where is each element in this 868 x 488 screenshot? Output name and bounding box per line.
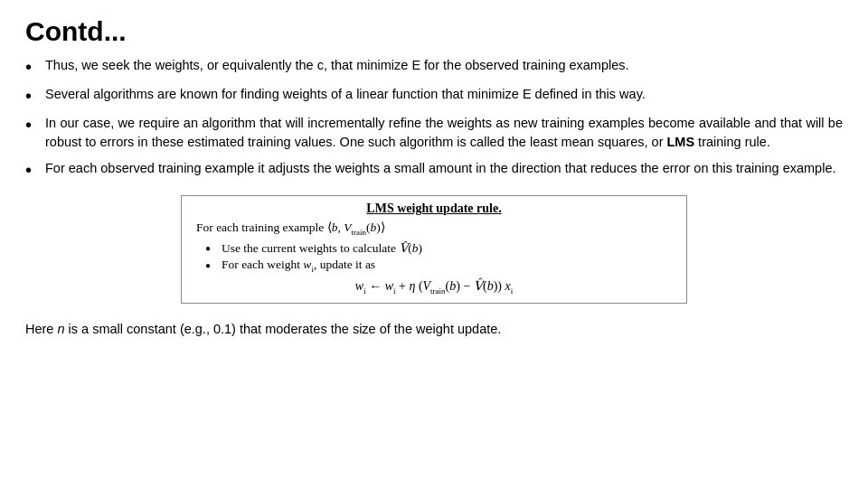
bullet-icon: • (25, 159, 42, 181)
lms-formula: wi ← wi + η (Vtrain(b) − V̂(b)) xi (196, 278, 672, 296)
bullet1-text: Thus, we seek the weights, or equivalent… (45, 56, 843, 75)
lms-item-1: ● Use the current weights to calculate V… (205, 240, 672, 256)
bullet-list: • Thus, we seek the weights, or equivale… (25, 56, 843, 188)
lms-for-each: For each training example ⟨b, Vtrain(b)⟩ (196, 220, 672, 237)
bullet-icon: • (25, 56, 42, 78)
list-item: • Several algorithms are known for findi… (25, 85, 843, 107)
bullet3-text: In our case, we require an algorithm tha… (45, 114, 843, 152)
bullet-icon: • (25, 114, 42, 136)
slide: Contd... • Thus, we seek the weights, or… (0, 0, 868, 488)
lms-item2-text: For each weight wi, update it as (222, 258, 375, 274)
lms-item-2: ● For each weight wi, update it as (205, 258, 672, 274)
slide-title: Contd... (25, 16, 843, 47)
lms-weight-update-box: LMS weight update rule. For each trainin… (181, 195, 687, 304)
lms-bullet-icon: ● (205, 260, 218, 270)
footer-note: Here n is a small constant (e.g., 0.1) t… (25, 320, 843, 338)
list-item: • For each observed training example it … (25, 159, 843, 181)
list-item: • Thus, we seek the weights, or equivale… (25, 56, 843, 78)
lms-box-title: LMS weight update rule. (196, 202, 672, 216)
lms-item1-text: Use the current weights to calculate V̂(… (222, 240, 422, 256)
bullet4-text: For each observed training example it ad… (45, 159, 843, 178)
lms-items: ● Use the current weights to calculate V… (205, 240, 672, 274)
bullet-icon: • (25, 85, 42, 107)
list-item: • In our case, we require an algorithm t… (25, 114, 843, 152)
lms-bullet-icon: ● (205, 243, 218, 253)
bullet2-text: Several algorithms are known for finding… (45, 85, 843, 104)
